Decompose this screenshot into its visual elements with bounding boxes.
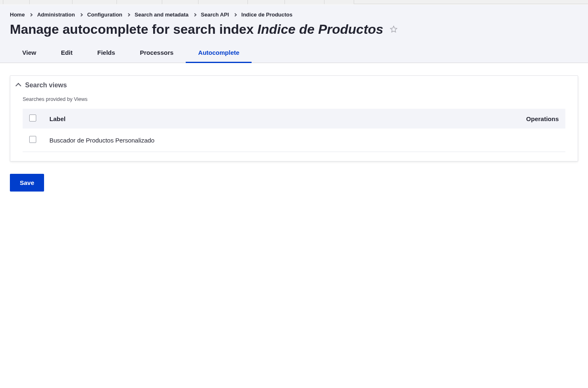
chevron-right-icon <box>233 13 237 16</box>
primary-tabs: View Edit Fields Processors Autocomplete <box>0 43 588 63</box>
details-description: Searches provided by Views <box>23 95 565 109</box>
star-outline-icon[interactable] <box>389 25 398 34</box>
table-header-row: Label Operations <box>23 109 565 129</box>
main-content: Search views Searches provided by Views … <box>0 63 588 204</box>
page-title-index-name: Indice de Productos <box>257 22 383 37</box>
chevron-up-icon <box>16 83 21 89</box>
row-label: Buscador de Productos Personalizado <box>43 129 420 152</box>
details-summary[interactable]: Search views <box>10 76 578 95</box>
table-header-operations: Operations <box>420 109 565 129</box>
breadcrumb-item-administration[interactable]: Administration <box>37 12 75 18</box>
tab-view[interactable]: View <box>10 43 49 63</box>
tab-fields[interactable]: Fields <box>85 43 127 63</box>
page-title-prefix: Manage autocomplete for search index <box>10 22 257 37</box>
details-body: Searches provided by Views Label Operati… <box>10 95 578 161</box>
chevron-right-icon <box>127 13 130 16</box>
details-title: Search views <box>25 82 67 89</box>
tab-processors[interactable]: Processors <box>128 43 186 63</box>
table-row: Buscador de Productos Personalizado <box>23 129 565 152</box>
page-title: Manage autocomplete for search index Ind… <box>0 20 588 43</box>
breadcrumb-item-search-and-metadata[interactable]: Search and metadata <box>135 12 189 18</box>
tab-edit[interactable]: Edit <box>49 43 85 63</box>
tab-autocomplete[interactable]: Autocomplete <box>186 43 252 63</box>
chevron-right-icon <box>29 13 33 16</box>
breadcrumb-item-configuration[interactable]: Configuration <box>87 12 122 18</box>
save-button[interactable]: Save <box>10 174 44 192</box>
row-operations <box>420 129 565 152</box>
region-header: Home Administration Configuration Search… <box>0 5 588 63</box>
breadcrumb: Home Administration Configuration Search… <box>0 5 588 20</box>
select-all-checkbox[interactable] <box>29 115 36 122</box>
chevron-right-icon <box>193 13 196 16</box>
table-header-label: Label <box>43 109 420 129</box>
chevron-right-icon <box>79 13 83 16</box>
breadcrumb-item-home[interactable]: Home <box>10 12 25 18</box>
details-search-views: Search views Searches provided by Views … <box>10 75 578 161</box>
admin-toolbar[interactable] <box>0 0 588 4</box>
breadcrumb-item-current: Indice de Productos <box>241 12 292 18</box>
breadcrumb-item-search-api[interactable]: Search API <box>201 12 229 18</box>
search-views-table: Label Operations Buscador de Productos P… <box>23 109 565 152</box>
form-actions: Save <box>10 161 578 192</box>
row-checkbox[interactable] <box>29 136 36 143</box>
table-header-select-all <box>23 109 43 129</box>
